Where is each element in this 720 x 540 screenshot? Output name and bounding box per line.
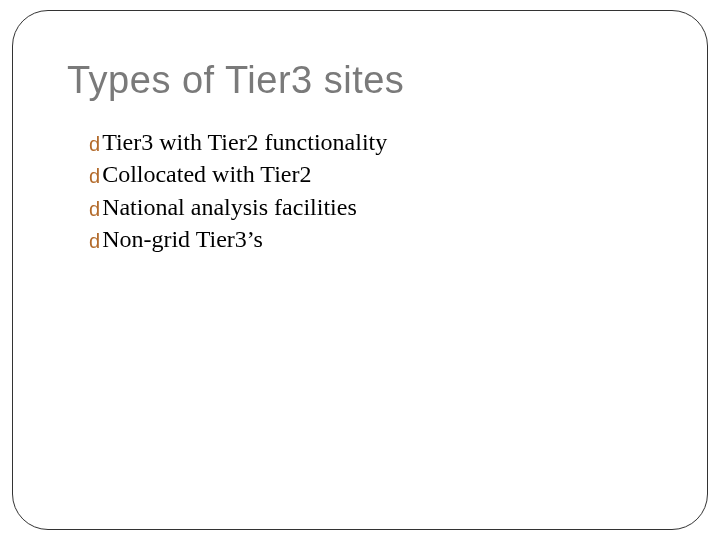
bullet-text: Non-grid Tier3’s xyxy=(102,223,659,255)
bullet-text: Tier3 with Tier2 functionality xyxy=(102,126,659,158)
bullet-text: National analysis facilities xyxy=(102,191,659,223)
list-item: d Collocated with Tier2 xyxy=(89,158,659,190)
slide: Types of Tier3 sites d Tier3 with Tier2 … xyxy=(0,0,720,540)
bullet-icon: d xyxy=(89,199,100,219)
bullet-icon: d xyxy=(89,134,100,154)
bullet-list: d Tier3 with Tier2 functionality d Collo… xyxy=(89,126,659,256)
bullet-icon: d xyxy=(89,166,100,186)
bullet-icon: d xyxy=(89,231,100,251)
slide-frame: Types of Tier3 sites d Tier3 with Tier2 … xyxy=(12,10,708,530)
list-item: d Non-grid Tier3’s xyxy=(89,223,659,255)
bullet-text: Collocated with Tier2 xyxy=(102,158,659,190)
slide-title: Types of Tier3 sites xyxy=(67,59,659,102)
list-item: d Tier3 with Tier2 functionality xyxy=(89,126,659,158)
list-item: d National analysis facilities xyxy=(89,191,659,223)
